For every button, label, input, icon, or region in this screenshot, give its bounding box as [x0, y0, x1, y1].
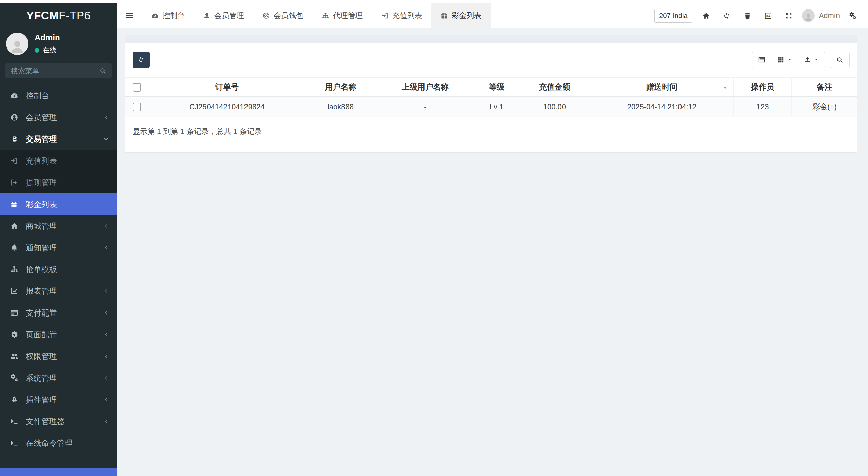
table-cell: 123: [734, 97, 792, 117]
panel-heading: [125, 35, 857, 43]
column-header[interactable]: 订单号: [149, 78, 305, 97]
nav-tab[interactable]: 控制台: [142, 3, 194, 28]
refresh-icon: [723, 12, 731, 20]
users-icon: [10, 352, 22, 360]
column-header[interactable]: 用户名称: [305, 78, 376, 97]
btc-icon: [10, 135, 22, 143]
chevron-left-icon: [103, 288, 110, 294]
site-badge[interactable]: 207-India: [654, 9, 692, 23]
chevron-left-icon: [103, 375, 110, 381]
user-menu[interactable]: Admin: [799, 9, 843, 22]
expand-button[interactable]: [778, 12, 799, 20]
sidebar-item[interactable]: 抢单模板: [0, 259, 117, 280]
sidebar-item-label: 页面配置: [26, 329, 57, 340]
sidebar-item[interactable]: 会员管理: [0, 107, 117, 128]
person-icon: [8, 37, 26, 55]
svg-text:A: A: [768, 14, 771, 18]
sidebar-item-label: 插件管理: [26, 395, 57, 405]
nav-tab[interactable]: 充值列表: [372, 3, 431, 28]
sidebar-item[interactable]: 交易管理: [0, 128, 117, 150]
nav-tab-label: 会员钱包: [274, 11, 303, 21]
sidebar-item[interactable]: 通知管理: [0, 237, 117, 259]
table-cell: 100.00: [519, 97, 590, 117]
columns-button[interactable]: [771, 52, 798, 68]
trash-icon: [744, 12, 751, 20]
chevron-left-icon: [103, 353, 110, 360]
translate-button[interactable]: 文A: [758, 12, 778, 20]
sidebar-item-label: 支付配置: [26, 308, 57, 318]
cog-icon: [10, 330, 22, 339]
search-icon: [99, 67, 106, 74]
sidebar-item-label: 系统管理: [26, 373, 57, 383]
sidebar-item[interactable]: 文件管理器: [0, 411, 117, 432]
nav-tab[interactable]: 会员管理: [194, 3, 253, 28]
table-cell: -: [376, 97, 474, 117]
nav-tab-label: 代理管理: [333, 11, 363, 21]
sidebar-item-label: 会员管理: [26, 112, 57, 123]
table-cell: laok888: [305, 97, 376, 117]
sidebar-item-label: 彩金列表: [26, 199, 57, 210]
search-icon: [836, 56, 843, 63]
settings-button[interactable]: [843, 12, 863, 20]
nav-tab-label: 充值列表: [392, 11, 422, 21]
chevron-left-icon: [103, 114, 110, 121]
cogs-icon: [849, 12, 857, 20]
sidebar-item-label: 报表管理: [26, 286, 57, 297]
sitemap-icon: [10, 265, 22, 273]
navbar-right: 207-India 文A Admin: [654, 3, 868, 28]
sidebar-item-label: 通知管理: [26, 243, 57, 253]
select-all-checkbox[interactable]: [133, 83, 141, 92]
sidebar-subitem[interactable]: 提现管理: [0, 172, 117, 193]
row-checkbox[interactable]: [133, 103, 141, 111]
column-header[interactable]: 赠送时间: [590, 78, 734, 97]
refresh-button[interactable]: [716, 12, 737, 20]
sidebar-bottom-bar: [0, 468, 117, 476]
nav-tab[interactable]: 彩金列表: [431, 3, 491, 28]
select-all-cell: [125, 78, 149, 97]
sidebar-item[interactable]: 控制台: [0, 85, 117, 107]
table-cell: Lv 1: [474, 97, 519, 117]
app-logo[interactable]: YFCMF-TP6: [0, 3, 117, 28]
refresh-button[interactable]: [133, 52, 150, 68]
column-header[interactable]: 充值金额: [519, 78, 590, 97]
bars-icon: [125, 11, 134, 20]
sidebar-item-label: 交易管理: [26, 134, 57, 145]
sidebar-item[interactable]: 页面配置: [0, 324, 117, 345]
sidebar-item[interactable]: 报表管理: [0, 280, 117, 302]
sidebar-item[interactable]: 插件管理: [0, 389, 117, 411]
sidebar-item-label: 充值列表: [26, 156, 57, 166]
user-status: 在线: [35, 45, 60, 55]
column-header[interactable]: 操作员: [734, 78, 792, 97]
sidebar-toggle-button[interactable]: [117, 3, 142, 28]
sidebar-item[interactable]: 在线命令管理: [0, 432, 117, 454]
sidebar-subitem[interactable]: 彩金列表: [0, 193, 117, 215]
home-button[interactable]: [696, 12, 716, 20]
nav-tab[interactable]: 代理管理: [313, 3, 372, 28]
bell-icon: [10, 244, 22, 252]
sidebar-item[interactable]: 商城管理: [0, 215, 117, 237]
panel: 订单号用户名称上级用户名称等级充值金额赠送时间操作员备注 CJ250414210…: [125, 35, 857, 152]
chevron-left-icon: [103, 223, 110, 229]
nav-tab[interactable]: 会员钱包: [253, 3, 313, 28]
sidebar-search-input[interactable]: [5, 63, 112, 78]
detail-view-button[interactable]: [752, 52, 771, 68]
sidebar-item[interactable]: 支付配置: [0, 302, 117, 324]
trash-button[interactable]: [737, 12, 758, 20]
sidebar: YFCMF-TP6 Admin 在线 控制台会员管理交易管理充值列表提现管理彩金…: [0, 3, 117, 476]
search-button[interactable]: [830, 52, 850, 68]
sidebar-search: [5, 63, 112, 78]
sidebar-item[interactable]: 权限管理: [0, 345, 117, 367]
gift-icon: [440, 12, 448, 19]
column-header[interactable]: 备注: [791, 78, 857, 97]
sidebar-subitem[interactable]: 充值列表: [0, 150, 117, 172]
main-content: 订单号用户名称上级用户名称等级充值金额赠送时间操作员备注 CJ250414210…: [117, 28, 868, 476]
column-header[interactable]: 等级: [474, 78, 519, 97]
column-header[interactable]: 上级用户名称: [376, 78, 474, 97]
sidebar-item[interactable]: 系统管理: [0, 367, 117, 389]
user-icon: [203, 12, 211, 19]
chart-line-icon: [10, 287, 22, 295]
export-button[interactable]: [798, 52, 825, 68]
terminal-icon: [10, 439, 22, 447]
table-toolbar: [125, 52, 857, 68]
caret-down-icon: [787, 57, 792, 62]
